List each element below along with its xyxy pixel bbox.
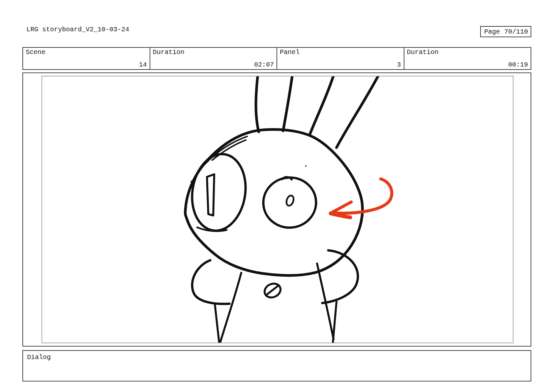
page-label: Page <box>484 28 500 36</box>
character-sketch <box>42 76 513 343</box>
info-cell-scene-duration: Duration 02:07 <box>150 48 278 69</box>
quill-lines <box>256 76 380 148</box>
scene-value: 14 <box>139 61 147 69</box>
left-eye-highlight <box>207 174 214 215</box>
panel-duration-value: 00:19 <box>508 61 528 69</box>
info-cell-panel-duration: Duration 00:19 <box>404 48 531 69</box>
chest-button <box>262 281 283 300</box>
right-eye <box>262 176 318 230</box>
left-eye <box>187 150 251 235</box>
dialog-label: Dialog <box>27 353 51 361</box>
page-indicator: Page 70/110 <box>480 26 531 37</box>
storyboard-panel-box <box>22 72 531 347</box>
info-table: Scene 14 Duration 02:07 Panel 3 Duration… <box>22 47 531 70</box>
scene-duration-value: 02:07 <box>254 61 274 69</box>
head-outline <box>185 129 363 275</box>
sketch-strokes <box>191 136 247 182</box>
dialog-box: Dialog <box>22 350 531 381</box>
right-eye-pupil <box>285 195 295 207</box>
info-cell-panel: Panel 3 <box>277 48 404 69</box>
scene-label: Scene <box>26 48 45 56</box>
panel-duration-label: Duration <box>407 48 439 56</box>
scene-duration-label: Duration <box>153 48 185 56</box>
left-shoulder <box>192 260 229 304</box>
storyboard-page: LRG storyboard_V2_10-03-24 Page 70/110 S… <box>0 0 555 392</box>
panel-value: 3 <box>397 61 401 69</box>
page-value: 70/110 <box>504 28 528 36</box>
info-cell-scene: Scene 14 <box>23 48 150 69</box>
panel-label: Panel <box>280 48 300 56</box>
drawing-frame <box>42 76 513 343</box>
document-title: LRG storyboard_V2_10-03-24 <box>26 26 129 33</box>
stray-dot <box>305 165 307 167</box>
